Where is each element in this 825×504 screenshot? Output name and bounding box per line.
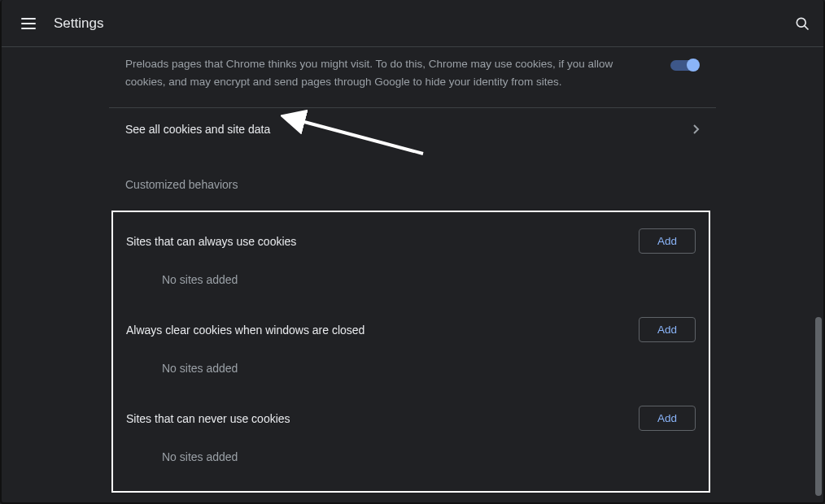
scrollbar-track[interactable]: [814, 49, 823, 501]
allow-cookies-section: Sites that can always use cookies Add No…: [113, 220, 709, 309]
clear-on-close-section: Always clear cookies when windows are cl…: [113, 309, 709, 398]
toolbar: Settings: [2, 0, 823, 47]
preload-toggle[interactable]: [670, 59, 700, 72]
settings-panel: Preloads pages that Chrome thinks you mi…: [109, 47, 716, 502]
app-title: Settings: [54, 15, 103, 32]
section-title: Always clear cookies when windows are cl…: [126, 324, 639, 337]
empty-state: No sites added: [126, 437, 696, 486]
svg-line-1: [805, 25, 809, 29]
chevron-right-icon: [693, 124, 700, 134]
add-button[interactable]: Add: [639, 228, 696, 254]
preload-row: Preloads pages that Chrome thinks you mi…: [109, 47, 716, 108]
list-header-row: Sites that can never use cookies Add: [126, 398, 696, 437]
menu-icon[interactable]: [21, 14, 41, 33]
search-icon[interactable]: [794, 15, 810, 32]
list-header-row: Always clear cookies when windows are cl…: [126, 309, 696, 349]
empty-state: No sites added: [126, 260, 696, 309]
see-all-cookies-row[interactable]: See all cookies and site data: [109, 108, 716, 150]
list-header-row: Sites that can always use cookies Add: [126, 220, 696, 260]
preload-description: Preloads pages that Chrome thinks you mi…: [125, 55, 670, 91]
behaviors-header: Customized behaviors: [109, 150, 716, 207]
empty-state: No sites added: [126, 349, 696, 398]
scrollbar-thumb[interactable]: [815, 317, 822, 496]
section-title: Sites that can never use cookies: [126, 412, 639, 425]
see-all-cookies-label: See all cookies and site data: [125, 123, 693, 136]
add-button[interactable]: Add: [639, 317, 696, 342]
add-button[interactable]: Add: [639, 406, 696, 431]
highlighted-region: Sites that can always use cookies Add No…: [111, 211, 710, 493]
content-area: Preloads pages that Chrome thinks you mi…: [2, 47, 823, 502]
section-title: Sites that can always use cookies: [126, 235, 639, 248]
svg-point-0: [797, 18, 805, 27]
block-cookies-section: Sites that can never use cookies Add No …: [113, 398, 709, 486]
